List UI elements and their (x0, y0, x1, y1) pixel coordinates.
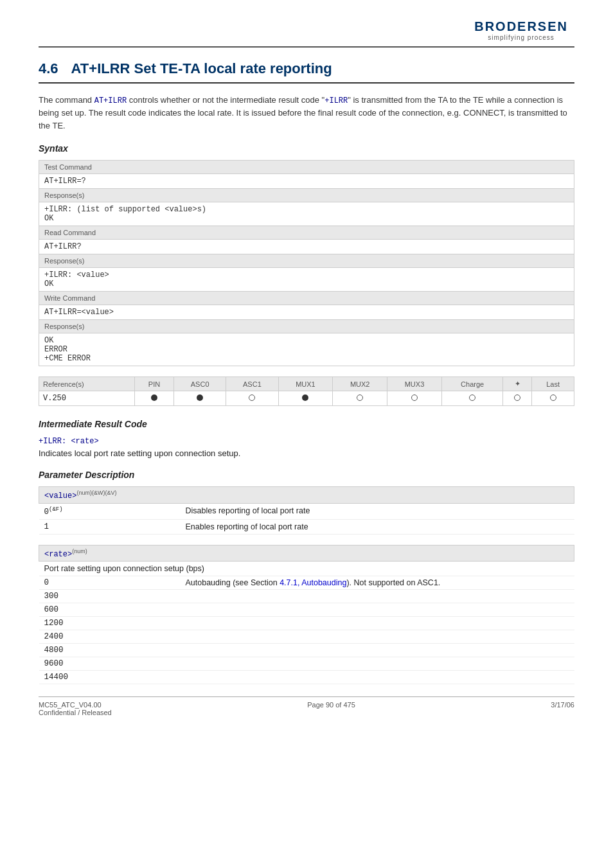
footer-status: Confidential / Released (39, 709, 112, 716)
write-response-label-row: Response(s) (39, 320, 574, 333)
col-charge: Charge (441, 377, 503, 391)
dot-filled-asc0 (197, 394, 203, 401)
test-command-label-row: Test Command (39, 161, 574, 174)
read-command-row: AT+ILRR? (39, 240, 574, 254)
value-header-row: <value>(num)(&W)(&V) (39, 487, 574, 504)
value-superscript: (num)(&W)(&V) (76, 490, 116, 496)
test-response-row: +ILRR: (list of supported <value>s)OK (39, 202, 574, 226)
logo: BRODERSEN simplifying process (474, 19, 568, 41)
write-cmd-value: AT+ILRR=<value> (39, 305, 574, 320)
ref-asc1 (226, 391, 278, 406)
footer-right: 3/17/06 (551, 701, 574, 716)
rate-value-4800: 4800 (39, 644, 181, 657)
col-mux1: MUX1 (278, 377, 333, 391)
dot-empty-asc1 (249, 394, 255, 401)
value-desc-1: Enables reporting of local port rate (181, 519, 574, 534)
read-response-row: +ILRR: <value>OK (39, 268, 574, 292)
rate-desc-300 (181, 590, 574, 603)
test-response-value: +ILRR: (list of supported <value>s)OK (39, 202, 574, 226)
rate-row-600: 600 (39, 603, 574, 617)
write-response-value: OKERROR+CME ERROR (39, 333, 574, 366)
rate-row-14400: 14400 (39, 671, 574, 684)
rate-param-header: <rate>(num) (39, 545, 574, 562)
test-response-label: Response(s) (39, 189, 574, 202)
col-pin: PIN (135, 377, 174, 391)
test-command-row: AT+ILRR=? (39, 174, 574, 189)
col-mux3: MUX3 (387, 377, 442, 391)
ref-data-row: V.250 (39, 391, 574, 406)
read-cmd-value: AT+ILRR? (39, 240, 574, 254)
rate-row-2400: 2400 (39, 630, 574, 644)
logo-sub: simplifying process (474, 34, 568, 41)
rate-value-300: 300 (39, 590, 181, 603)
page-header: BRODERSEN simplifying process (39, 13, 574, 48)
rate-sub-desc: Port rate setting upon connection setup … (39, 562, 574, 576)
footer-doc-id: MC55_ATC_V04.00 (39, 701, 112, 709)
footer-left: MC55_ATC_V04.00 Confidential / Released (39, 701, 112, 716)
ref-pin (135, 391, 174, 406)
value-cell-0: 0(&F) (39, 503, 181, 519)
intermediate-result-block: +ILRR: <rate> Indicates local port rate … (39, 436, 574, 458)
read-cmd-label: Read Command (39, 226, 574, 240)
rate-desc-9600 (181, 657, 574, 671)
intermediate-description: Indicates local port rate setting upon c… (39, 448, 574, 458)
value-desc-0: Disables reporting of local port rate (181, 503, 574, 519)
test-cmd-label: Test Command (39, 161, 574, 174)
intermediate-code-text: +ILRR: <rate> (39, 437, 99, 446)
write-response-label: Response(s) (39, 320, 574, 333)
col-gear: ✦ (503, 377, 532, 391)
rate-desc-2400 (181, 630, 574, 644)
rate-value-0: 0 (39, 576, 181, 590)
value-cell-1: 1 (39, 519, 181, 534)
read-response-label: Response(s) (39, 254, 574, 268)
dot-filled-mux1 (302, 394, 308, 401)
intermediate-code: +ILRR: <rate> (39, 436, 574, 446)
autobauding-link[interactable]: 4.7.1, Autobauding (280, 578, 346, 587)
section-number: 4.6 (39, 60, 58, 77)
rate-param-table: <rate>(num) Port rate setting upon conne… (39, 545, 574, 685)
dot-empty-last (550, 394, 556, 401)
write-cmd-label: Write Command (39, 292, 574, 305)
write-response-row: OKERROR+CME ERROR (39, 333, 574, 366)
rate-sub-desc-row: Port rate setting upon connection setup … (39, 562, 574, 576)
write-command-label-row: Write Command (39, 292, 574, 305)
param-desc-title: Parameter Description (39, 470, 574, 480)
value-row-1: 1 Enables reporting of local port rate (39, 519, 574, 534)
section-heading: 4.6 AT+ILRR Set TE-TA local rate reporti… (39, 60, 574, 84)
value-0-sup: (&F) (49, 506, 63, 513)
ref-charge (441, 391, 503, 406)
rate-param-code: <rate> (44, 549, 72, 558)
dot-filled-pin (151, 394, 157, 401)
footer-center: Page 90 of 475 (307, 701, 355, 716)
ref-mux3 (387, 391, 442, 406)
rate-value-14400: 14400 (39, 671, 181, 684)
ref-asc0 (174, 391, 226, 406)
intermediate-result-title: Intermediate Result Code (39, 419, 574, 429)
rate-value-9600: 9600 (39, 657, 181, 671)
dot-empty-mux2 (357, 394, 363, 401)
col-last: Last (532, 377, 574, 391)
read-response-label-row: Response(s) (39, 254, 574, 268)
rate-desc-600 (181, 603, 574, 617)
rate-row-0: 0 Autobauding (see Section 4.7.1, Autoba… (39, 576, 574, 590)
write-command-row: AT+ILRR=<value> (39, 305, 574, 320)
logo-brand: BRODERSEN (474, 19, 568, 34)
value-param-table: <value>(num)(&W)(&V) 0(&F) Disables repo… (39, 486, 574, 535)
rate-row-1200: 1200 (39, 617, 574, 630)
value-param-code: <value> (44, 492, 76, 500)
page-footer: MC55_ATC_V04.00 Confidential / Released … (39, 696, 574, 716)
rate-row-9600: 9600 (39, 657, 574, 671)
ref-last (532, 391, 574, 406)
read-response-value: +ILRR: <value>OK (39, 268, 574, 292)
ref-standard: V.250 (39, 391, 135, 406)
dot-empty-mux3 (411, 394, 418, 401)
section-title: AT+ILRR Set TE-TA local rate reporting (71, 60, 332, 77)
ref-mux1 (278, 391, 333, 406)
rate-row-4800: 4800 (39, 644, 574, 657)
ref-gear (503, 391, 532, 406)
dot-empty-charge (469, 394, 475, 401)
ref-col-label: Reference(s) (39, 377, 135, 391)
rate-row-300: 300 (39, 590, 574, 603)
dot-empty-gear (514, 394, 520, 401)
reference-table: Reference(s) PIN ASC0 ASC1 MUX1 MUX2 MUX… (39, 376, 574, 406)
